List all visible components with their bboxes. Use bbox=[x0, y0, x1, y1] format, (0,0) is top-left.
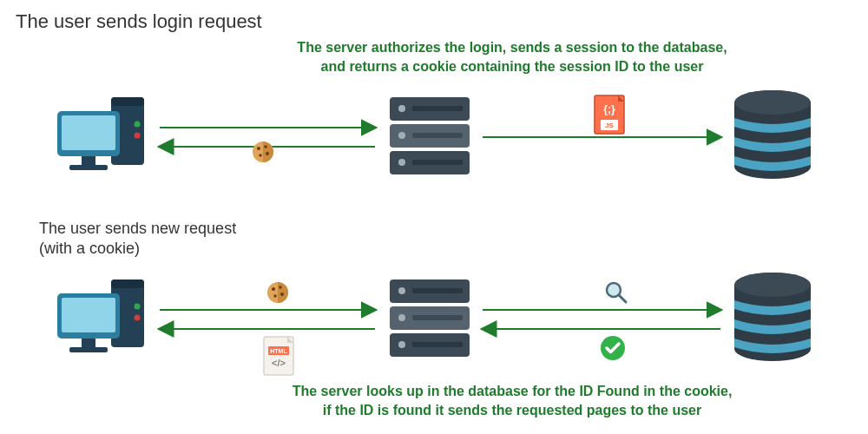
server-rack-icon-row1 bbox=[386, 95, 473, 181]
check-circle-icon bbox=[599, 334, 627, 365]
svg-text:HTML: HTML bbox=[270, 348, 287, 354]
svg-rect-40 bbox=[82, 339, 95, 347]
title-login-request: The user sends login request bbox=[16, 10, 262, 33]
svg-point-20 bbox=[734, 90, 811, 115]
svg-rect-12 bbox=[412, 106, 463, 111]
svg-rect-41 bbox=[69, 347, 108, 352]
svg-text:JS: JS bbox=[605, 122, 614, 129]
svg-point-13 bbox=[398, 132, 405, 139]
svg-line-70 bbox=[619, 295, 626, 302]
svg-point-37 bbox=[135, 315, 141, 321]
svg-point-25 bbox=[264, 145, 267, 148]
magnifying-glass-icon bbox=[603, 279, 629, 309]
html-file-icon: HTML </> bbox=[260, 334, 297, 381]
svg-point-61 bbox=[273, 294, 276, 297]
server-rack-icon-row2 bbox=[386, 278, 473, 364]
svg-rect-46 bbox=[412, 288, 463, 293]
svg-rect-50 bbox=[412, 342, 463, 347]
svg-point-27 bbox=[259, 154, 261, 156]
svg-text:{;}: {;} bbox=[603, 103, 615, 115]
svg-rect-35 bbox=[111, 279, 144, 288]
client-computer-icon-row2 bbox=[50, 276, 155, 366]
database-icon-row1 bbox=[731, 89, 814, 183]
svg-point-59 bbox=[279, 286, 282, 289]
title-new-request: The user sends new request (with a cooki… bbox=[39, 219, 265, 260]
svg-rect-5 bbox=[62, 115, 115, 150]
svg-point-3 bbox=[135, 133, 141, 139]
svg-rect-6 bbox=[82, 156, 95, 165]
svg-rect-39 bbox=[62, 298, 115, 332]
svg-point-26 bbox=[266, 152, 269, 155]
svg-point-15 bbox=[398, 159, 405, 166]
svg-text:</>: </> bbox=[272, 358, 286, 368]
svg-point-58 bbox=[272, 287, 275, 291]
svg-point-24 bbox=[257, 147, 260, 150]
client-computer-icon-row1 bbox=[50, 94, 155, 184]
explain-server-authorizes: The server authorizes the login, sends a… bbox=[243, 38, 781, 76]
cookie-icon-row1 bbox=[250, 139, 276, 168]
cookie-icon-row2 bbox=[265, 279, 291, 309]
svg-point-60 bbox=[280, 293, 284, 296]
js-file-icon: {;} JS bbox=[592, 94, 627, 139]
svg-rect-1 bbox=[111, 97, 144, 106]
svg-rect-48 bbox=[412, 315, 463, 320]
svg-point-49 bbox=[398, 341, 405, 348]
explain-server-lookup: The server looks up in the database for … bbox=[243, 382, 781, 419]
svg-point-54 bbox=[734, 273, 811, 297]
svg-rect-16 bbox=[412, 160, 463, 165]
svg-point-11 bbox=[398, 105, 405, 112]
database-icon-row2 bbox=[731, 271, 814, 365]
svg-point-47 bbox=[398, 314, 405, 321]
svg-point-45 bbox=[398, 287, 405, 294]
svg-point-36 bbox=[135, 304, 141, 310]
svg-rect-14 bbox=[412, 133, 463, 138]
svg-point-2 bbox=[135, 122, 141, 128]
svg-rect-7 bbox=[69, 165, 108, 170]
